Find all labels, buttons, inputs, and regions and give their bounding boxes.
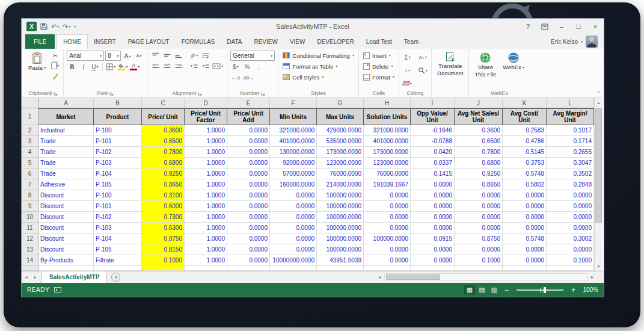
find-select-button[interactable]: ▾ <box>417 66 428 75</box>
cell-E6[interactable]: 0.0000 <box>227 169 270 179</box>
cell-D14[interactable]: 1.0000 <box>185 255 227 266</box>
cell-D9[interactable]: 1.0000 <box>185 201 227 212</box>
cell-I3[interactable]: -0.0788 <box>411 136 455 147</box>
cell-C4[interactable]: 0.7800 <box>142 147 185 158</box>
cell-K1[interactable]: Avg Cost/ Unit <box>503 108 547 125</box>
row-header-14[interactable]: 14 <box>22 255 38 266</box>
cell-E1[interactable]: Price/ Unit Add <box>227 108 270 125</box>
column-header-H[interactable]: H <box>364 98 411 108</box>
cell-B10[interactable]: P-102 <box>94 212 142 223</box>
increase-indent-button[interactable] <box>200 61 210 71</box>
cell-H13[interactable]: 0.0000 <box>364 244 411 255</box>
translate-document-button[interactable]: Translate Document <box>435 51 465 89</box>
cell-A10[interactable]: Discount <box>38 212 94 223</box>
cell-K3[interactable]: 0.4786 <box>503 136 547 147</box>
cell-G5[interactable]: 123000.0000 <box>317 158 364 169</box>
minimize-button[interactable]: – <box>553 19 570 34</box>
align-left-button[interactable] <box>150 61 161 71</box>
cell-I1[interactable]: Opp Value/ Unit <box>411 108 455 125</box>
cell-E12[interactable]: 0.0000 <box>227 234 270 244</box>
shrink-font-button[interactable]: A▾ <box>133 51 144 61</box>
alignment-dialog-launcher[interactable] <box>198 91 202 96</box>
cell-F14[interactable]: 10000000.0000 <box>270 255 317 266</box>
cell-G11[interactable]: 100000.0000 <box>317 223 364 234</box>
cell-F2[interactable]: 321000.0000 <box>270 125 317 136</box>
cell-I7[interactable]: 0.0000 <box>411 179 455 190</box>
cell-L5[interactable]: 0.3047 <box>547 158 594 169</box>
cell-L2[interactable]: 0.1017 <box>547 125 594 136</box>
cell-J10[interactable]: 0.0000 <box>455 212 503 223</box>
cell-E7[interactable]: 0.0000 <box>227 179 270 190</box>
cell-K7[interactable]: 0.5802 <box>503 179 547 190</box>
cell-I11[interactable]: 0.0000 <box>411 223 455 234</box>
ribbon-display-options-button[interactable] <box>536 19 553 34</box>
cell-G12[interactable]: 100000.0000 <box>317 234 364 244</box>
cell-K10[interactable]: 0.0000 <box>503 212 547 223</box>
cell-I12[interactable]: 0.0915 <box>411 234 455 244</box>
ribbon-tab-team[interactable]: Team <box>398 34 425 49</box>
cell-F11[interactable]: 0.0000 <box>270 223 317 234</box>
column-header-F[interactable]: F <box>270 98 317 108</box>
cell-H8[interactable]: 0.0000 <box>364 190 411 201</box>
cell-H10[interactable]: 0.0000 <box>364 212 411 223</box>
cell-H14[interactable]: 0.0000 <box>364 255 411 266</box>
cell-A14[interactable]: By-Products <box>38 255 94 266</box>
sort-filter-button[interactable]: A↓▾ <box>417 52 428 62</box>
merge-center-button[interactable]: ▾ <box>212 61 224 71</box>
cell-K13[interactable]: 0.0000 <box>503 244 547 255</box>
cell-B13[interactable]: P-105 <box>94 244 142 255</box>
cell-F10[interactable]: 0.0000 <box>270 212 317 223</box>
cell-F9[interactable]: 0.0000 <box>270 201 317 212</box>
cell-H6[interactable]: 76000.0000 <box>364 169 411 179</box>
format-painter-button[interactable] <box>50 71 60 81</box>
ribbon-tab-review[interactable]: REVIEW <box>248 34 283 49</box>
cell-F12[interactable]: 0.0000 <box>270 234 317 244</box>
webex-button[interactable]: WebEx▾ <box>500 51 526 89</box>
cell-E9[interactable]: 0.0000 <box>227 201 270 212</box>
cell-H3[interactable]: 401000.0000 <box>364 136 411 147</box>
cell-G4[interactable]: 173000.0000 <box>317 147 364 158</box>
cell-H15[interactable] <box>364 266 411 271</box>
cell-C11[interactable]: 0.6300 <box>142 223 185 234</box>
cell-K14[interactable]: 0.0000 <box>503 255 547 266</box>
ribbon-collapse-button[interactable]: ^ <box>598 90 600 96</box>
cell-A3[interactable]: Trade <box>38 136 94 147</box>
cell-A2[interactable]: Industrial <box>38 125 94 136</box>
clipboard-dialog-launcher[interactable] <box>54 91 58 96</box>
cell-D3[interactable]: 1.0000 <box>185 136 227 147</box>
cell-H5[interactable]: 123000.0000 <box>364 158 411 169</box>
view-page-layout-button[interactable]: ▤ <box>476 285 487 294</box>
cell-J2[interactable]: 0.3600 <box>455 125 503 136</box>
vertical-scroll-track[interactable] <box>595 107 602 262</box>
cell-K9[interactable]: 0.0000 <box>503 201 547 212</box>
cell-H4[interactable]: 173000.0000 <box>364 147 411 158</box>
conditional-formatting-button[interactable]: Conditional Formatting▾ <box>281 51 355 60</box>
cell-A13[interactable]: Discount <box>38 244 94 255</box>
cell-E10[interactable]: 0.0000 <box>227 212 270 223</box>
font-name-select[interactable]: Arial▾ <box>67 51 104 61</box>
cell-C9[interactable]: 0.6000 <box>142 201 185 212</box>
cell-C14[interactable]: 0.1000 <box>142 255 185 266</box>
wrap-text-button[interactable] <box>200 51 210 60</box>
cell-D10[interactable]: 1.0000 <box>185 212 227 223</box>
maximize-button[interactable]: □ <box>570 19 587 34</box>
cell-J5[interactable]: 0.6800 <box>455 158 503 169</box>
cell-I6[interactable]: 0.1415 <box>411 169 455 179</box>
new-sheet-button[interactable]: + <box>111 273 120 282</box>
cell-B4[interactable]: P-102 <box>94 147 142 158</box>
cell-C10[interactable]: 0.7300 <box>142 212 185 223</box>
cell-C1[interactable]: Price/ Unit <box>142 108 185 125</box>
hscroll-left-button[interactable]: ◂ <box>375 274 384 280</box>
row-header-1[interactable]: 1 <box>22 108 38 125</box>
cell-L9[interactable]: 0.0000 <box>547 201 594 212</box>
cell-K8[interactable]: 0.0000 <box>503 190 547 201</box>
column-header-L[interactable]: L <box>547 98 594 108</box>
cell-I13[interactable]: 0.0000 <box>411 244 455 255</box>
cell-L10[interactable]: 0.0000 <box>547 212 594 223</box>
cell-E11[interactable]: 0.0000 <box>227 223 270 234</box>
cell-H12[interactable]: 100000.0000 <box>364 234 411 244</box>
cell-B2[interactable]: P-100 <box>94 125 142 136</box>
cell-H11[interactable]: 0.0000 <box>364 223 411 234</box>
percent-style-button[interactable]: % <box>242 62 252 72</box>
row-header-13[interactable]: 13 <box>22 244 38 255</box>
